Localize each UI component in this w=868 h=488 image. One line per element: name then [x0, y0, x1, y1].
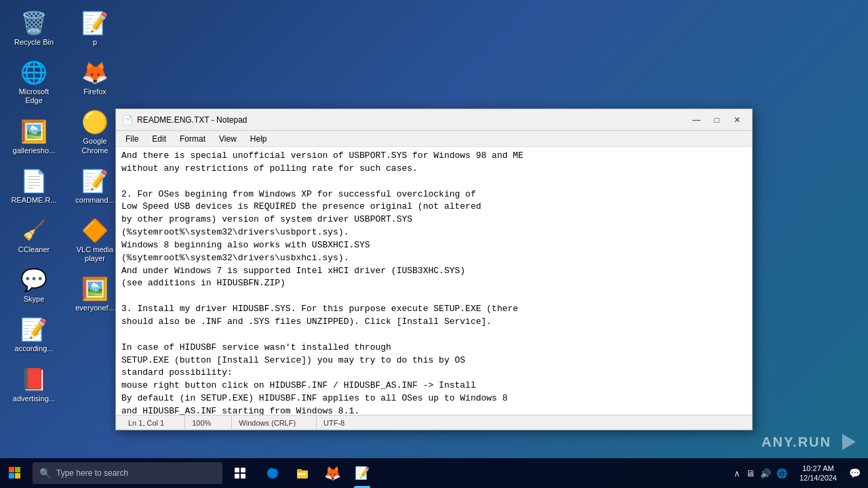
anyrun-text: ANY.RUN — [762, 434, 831, 450]
notepad-textarea[interactable] — [116, 147, 752, 415]
statusbar-position: Ln 1, Col 1 — [121, 415, 171, 430]
statusbar-zoom: 100% — [184, 415, 218, 430]
taskbar-tray: ∧ 🖥 🔊 🌐 10:27 AM 12/14/2024 💬 — [728, 458, 868, 488]
firefox-icon: 🦊 — [324, 465, 341, 481]
taskbar: 🔍 Type here to search — [0, 458, 868, 488]
maximize-button[interactable]: □ — [707, 112, 726, 128]
menu-help[interactable]: Help — [243, 133, 274, 145]
tray-volume-icon[interactable]: 🔊 — [759, 467, 772, 480]
desktop-icon-cmd[interactable]: 📝 command... — [68, 165, 122, 207]
anyrun-watermark: ANY.RUN — [762, 430, 861, 454]
statusbar-line-ending: Windows (CRLF) — [231, 415, 302, 430]
notepad-window: 📄 README.ENG.TXT - Notepad — □ ✕ File Ed… — [115, 108, 753, 430]
desktop-icon-galleries[interactable]: 🖼️ galleriesho... — [7, 115, 61, 158]
svg-rect-13 — [303, 473, 305, 475]
desktop-icon-everyone[interactable]: 🖼️ everyonef... — [68, 272, 122, 315]
taskbar-firefox[interactable]: 🦊 — [317, 458, 347, 488]
taskbar-apps: 🦊 📝 — [258, 458, 377, 488]
desktop-icon-adobe[interactable]: 📕 advertising... — [7, 363, 61, 406]
desktop-icon-edge[interactable]: 🌐 Microsoft Edge — [7, 56, 61, 108]
svg-rect-11 — [298, 473, 300, 475]
close-button[interactable]: ✕ — [728, 112, 747, 128]
clock-date: 12/14/2024 — [800, 473, 837, 483]
desktop-icon-readme[interactable]: 📄 README.R... — [7, 165, 61, 207]
anyrun-logo — [837, 430, 861, 454]
taskbar-task-view[interactable] — [225, 458, 255, 488]
desktop-icon-firefox[interactable]: 🦊 Firefox — [68, 56, 122, 99]
notepad-titlebar[interactable]: 📄 README.ENG.TXT - Notepad — □ ✕ — [116, 109, 752, 131]
desktop-icon-vlc[interactable]: 🔶 VLC media player — [68, 214, 122, 266]
desktop: 🗑️ Recycle Bin 🌐 Microsoft Edge 🖼️ galle… — [0, 0, 868, 488]
menu-view[interactable]: View — [212, 133, 243, 145]
minimize-button[interactable]: — — [687, 112, 706, 128]
svg-rect-3 — [9, 473, 14, 479]
svg-rect-2 — [15, 467, 20, 472]
desktop-icons-container: 🗑️ Recycle Bin 🌐 Microsoft Edge 🖼️ galle… — [7, 7, 115, 441]
taskbar-clock[interactable]: 10:27 AM 12/14/2024 — [794, 464, 842, 483]
desktop-icon-recycle-bin[interactable]: 🗑️ Recycle Bin — [7, 7, 61, 49]
windows-logo-icon — [9, 467, 21, 479]
tray-network-icon[interactable]: 🖥 — [745, 467, 756, 480]
search-placeholder-text: Type here to search — [56, 468, 128, 478]
file-explorer-icon — [296, 466, 309, 480]
svg-rect-5 — [235, 468, 239, 472]
notepad-title-text: README.ENG.TXT - Notepad — [137, 115, 687, 125]
svg-rect-6 — [241, 468, 245, 472]
clock-time: 10:27 AM — [802, 464, 833, 473]
taskbar-edge[interactable] — [258, 458, 288, 488]
task-view-icon — [234, 467, 246, 479]
taskbar-explorer[interactable] — [288, 458, 317, 488]
desktop-icon-skype[interactable]: 💬 Skype — [7, 264, 61, 306]
notification-button[interactable]: 💬 — [844, 458, 865, 488]
notepad-statusbar: Ln 1, Col 1 100% Windows (CRLF) UTF-8 — [116, 415, 752, 430]
desktop-icon-word1[interactable]: 📝 according... — [7, 313, 61, 356]
notepad-title-icon: 📄 — [121, 115, 133, 125]
statusbar-encoding: UTF-8 — [316, 415, 351, 430]
start-button[interactable] — [0, 458, 30, 488]
desktop-icon-chrome[interactable]: 🟡 Google Chrome — [68, 106, 122, 157]
tray-wifi-icon[interactable]: 🌐 — [775, 467, 789, 480]
svg-rect-8 — [241, 474, 245, 479]
svg-rect-10 — [297, 469, 302, 472]
desktop-icon-word2[interactable]: 📝 p — [68, 7, 122, 49]
desktop-icon-ccleaner[interactable]: 🧹 CCleaner — [7, 214, 61, 257]
taskbar-search[interactable]: 🔍 Type here to search — [33, 462, 222, 484]
notepad-menubar: File Edit Format View Help — [116, 131, 752, 147]
tray-icons-container: ∧ 🖥 🔊 🌐 — [728, 467, 793, 480]
svg-marker-0 — [842, 434, 856, 450]
svg-rect-4 — [15, 473, 20, 479]
titlebar-buttons: — □ ✕ — [687, 112, 747, 128]
svg-rect-12 — [300, 473, 302, 475]
svg-rect-7 — [235, 474, 239, 479]
edge-icon — [266, 466, 279, 480]
menu-edit[interactable]: Edit — [145, 133, 173, 145]
menu-file[interactable]: File — [119, 133, 145, 145]
tray-chevron-icon[interactable]: ∧ — [732, 467, 742, 480]
notepad-content — [116, 147, 752, 415]
notepad-icon: 📝 — [355, 466, 370, 481]
search-icon: 🔍 — [39, 468, 51, 479]
svg-rect-1 — [9, 467, 14, 472]
taskbar-notepad[interactable]: 📝 — [347, 458, 377, 488]
menu-format[interactable]: Format — [173, 133, 212, 145]
